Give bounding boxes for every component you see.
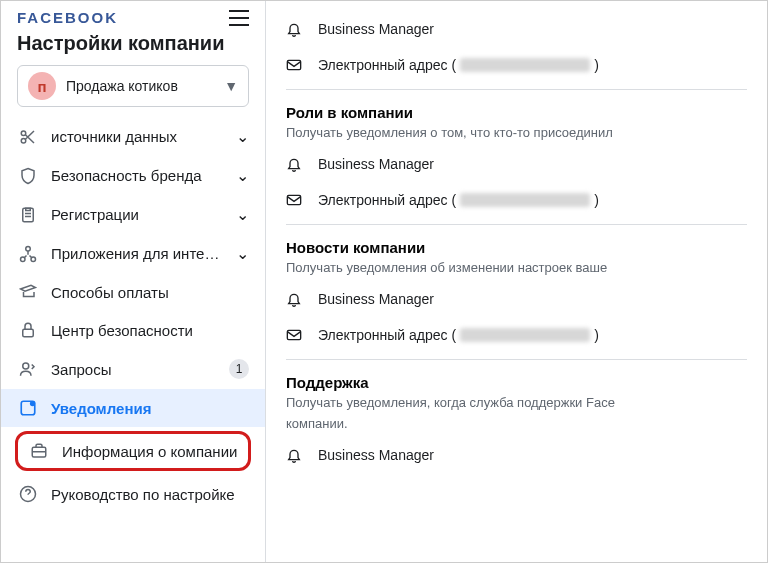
sidebar-item-label: Регистрации bbox=[51, 206, 224, 223]
svg-rect-6 bbox=[23, 329, 34, 337]
company-selector[interactable]: п Продажа котиков ▼ bbox=[17, 65, 249, 107]
sidebar-item-setup-guide[interactable]: Руководство по настройке bbox=[1, 475, 265, 513]
bell-icon bbox=[286, 21, 304, 37]
section-subtitle-2: компании. bbox=[286, 416, 747, 431]
card-icon bbox=[17, 283, 39, 301]
envelope-icon bbox=[286, 192, 304, 208]
sidebar-item-label: источники данных bbox=[51, 128, 224, 145]
sidebar-item-label: Центр безопасности bbox=[51, 322, 249, 339]
notif-channel-email[interactable]: Электронный адрес ( ) bbox=[286, 182, 747, 218]
company-name: Продажа котиков bbox=[66, 78, 214, 94]
svg-point-7 bbox=[23, 363, 29, 369]
sidebar-item-payment-methods[interactable]: Способы оплаты bbox=[1, 273, 265, 311]
notif-channel-business-manager[interactable]: Business Manager bbox=[286, 146, 747, 182]
section-subtitle: Получать уведомления о том, что кто-то п… bbox=[286, 125, 747, 140]
svg-rect-14 bbox=[287, 330, 300, 339]
envelope-icon bbox=[286, 327, 304, 343]
facebook-logo: FACEBOOK bbox=[17, 9, 118, 26]
sidebar-item-integrations[interactable]: Приложения для интег… ⌄ bbox=[1, 234, 265, 273]
notifications-box-icon bbox=[17, 399, 39, 417]
svg-point-5 bbox=[26, 246, 31, 251]
chevron-down-icon: ⌄ bbox=[236, 166, 249, 185]
section-support: Поддержка Получать уведомления, когда сл… bbox=[286, 359, 747, 479]
section-title: Новости компании bbox=[286, 239, 747, 256]
svg-point-1 bbox=[21, 138, 26, 143]
svg-point-9 bbox=[30, 401, 35, 406]
briefcase-icon bbox=[28, 442, 50, 460]
sidebar-item-label: Запросы bbox=[51, 361, 217, 378]
notif-channel-label: Business Manager bbox=[318, 21, 434, 37]
chevron-down-icon: ⌄ bbox=[236, 127, 249, 146]
sidebar-item-brand-safety[interactable]: Безопасность бренда ⌄ bbox=[1, 156, 265, 195]
sidebar-item-label: Приложения для интег… bbox=[51, 245, 224, 262]
sidebar: FACEBOOK Настройки компании п Продажа ко… bbox=[1, 1, 266, 562]
chevron-down-icon: ⌄ bbox=[236, 244, 249, 263]
bell-icon bbox=[286, 156, 304, 172]
notif-channel-email[interactable]: Электронный адрес ( ) bbox=[286, 317, 747, 353]
hamburger-icon[interactable] bbox=[229, 10, 249, 26]
redacted-email bbox=[460, 328, 590, 342]
sidebar-item-data-sources[interactable]: источники данных ⌄ bbox=[1, 117, 265, 156]
page-title: Настройки компании bbox=[17, 32, 249, 55]
notif-channel-email[interactable]: Электронный адрес ( ) bbox=[286, 47, 747, 83]
section-title: Роли в компании bbox=[286, 104, 747, 121]
sidebar-item-company-info[interactable]: Информация о компании bbox=[15, 431, 251, 471]
clipboard-icon bbox=[17, 206, 39, 224]
notif-channel-label: Business Manager bbox=[318, 447, 434, 463]
notif-channel-business-manager[interactable]: Business Manager bbox=[286, 437, 747, 473]
main-content: Business Manager Электронный адрес ( ) Р… bbox=[266, 1, 767, 562]
sidebar-item-registrations[interactable]: Регистрации ⌄ bbox=[1, 195, 265, 234]
notif-channel-business-manager[interactable]: Business Manager bbox=[286, 281, 747, 317]
notif-channel-label: Электронный адрес ( bbox=[318, 192, 456, 208]
section-company-news: Новости компании Получать уведомления об… bbox=[286, 224, 747, 359]
bell-icon bbox=[286, 291, 304, 307]
sidebar-item-security-center[interactable]: Центр безопасности bbox=[1, 311, 265, 349]
help-icon bbox=[17, 485, 39, 503]
notif-channel-label: Электронный адрес ( bbox=[318, 327, 456, 343]
sidebar-item-notifications[interactable]: Уведомления bbox=[1, 389, 265, 427]
bell-icon bbox=[286, 447, 304, 463]
integration-icon bbox=[17, 245, 39, 263]
section-subtitle: Получать уведомления, когда служба подде… bbox=[286, 395, 747, 410]
envelope-icon bbox=[286, 57, 304, 73]
sidebar-nav: источники данных ⌄ Безопасность бренда ⌄… bbox=[1, 117, 265, 513]
sidebar-item-label: Уведомления bbox=[51, 400, 249, 417]
caret-down-icon: ▼ bbox=[224, 78, 238, 94]
lock-icon bbox=[17, 321, 39, 339]
redacted-email bbox=[460, 193, 590, 207]
svg-rect-13 bbox=[287, 195, 300, 204]
notif-channel-business-manager[interactable]: Business Manager bbox=[286, 11, 747, 47]
svg-point-0 bbox=[21, 131, 26, 136]
chevron-down-icon: ⌄ bbox=[236, 205, 249, 224]
notif-channel-label: Business Manager bbox=[318, 156, 434, 172]
sidebar-item-requests[interactable]: Запросы 1 bbox=[1, 349, 265, 389]
sidebar-item-label: Руководство по настройке bbox=[51, 486, 249, 503]
section-subtitle: Получать уведомления об изменении настро… bbox=[286, 260, 747, 275]
company-avatar: п bbox=[28, 72, 56, 100]
notif-channel-label: Электронный адрес ( bbox=[318, 57, 456, 73]
shield-icon bbox=[17, 167, 39, 185]
sidebar-item-label: Информация о компании bbox=[62, 443, 238, 460]
sidebar-item-label: Способы оплаты bbox=[51, 284, 249, 301]
requests-badge: 1 bbox=[229, 359, 249, 379]
requests-icon bbox=[17, 360, 39, 378]
section-company-roles: Роли в компании Получать уведомления о т… bbox=[286, 89, 747, 224]
sidebar-item-label: Безопасность бренда bbox=[51, 167, 224, 184]
scissors-icon bbox=[17, 128, 39, 146]
section-title: Поддержка bbox=[286, 374, 747, 391]
notif-channel-label: Business Manager bbox=[318, 291, 434, 307]
redacted-email bbox=[460, 58, 590, 72]
svg-rect-12 bbox=[287, 60, 300, 69]
